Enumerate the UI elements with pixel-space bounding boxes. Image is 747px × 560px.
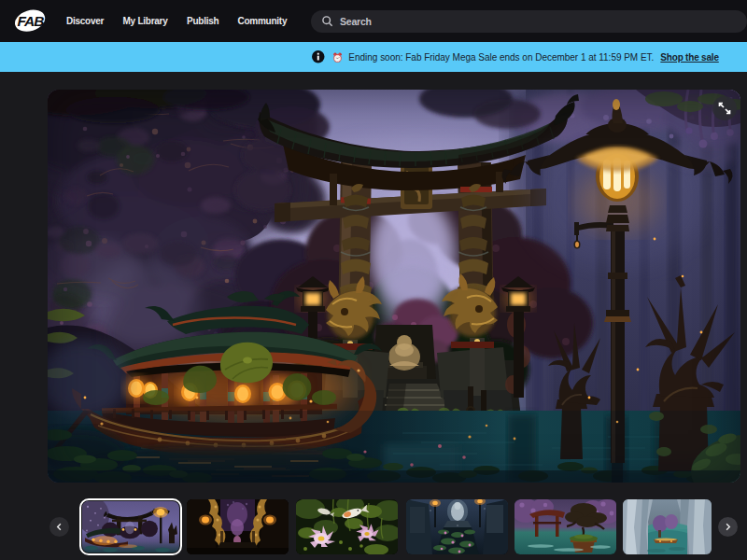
- svg-text:FAB: FAB: [17, 13, 44, 29]
